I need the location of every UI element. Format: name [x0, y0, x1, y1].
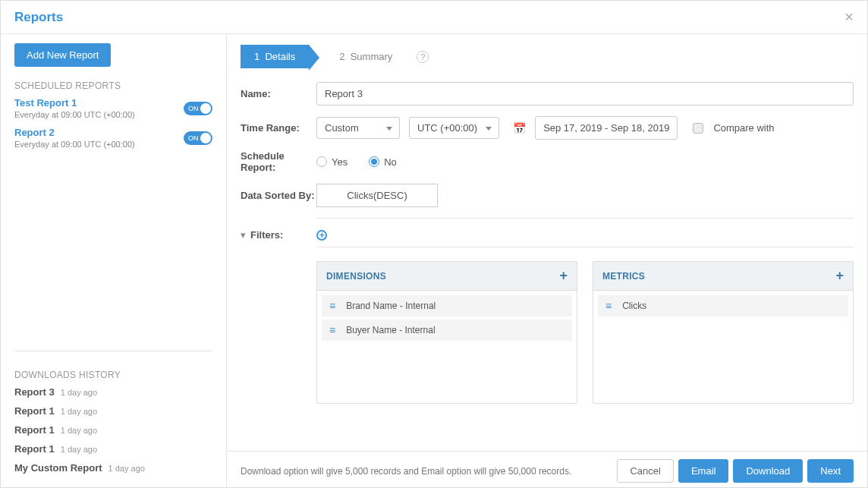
help-icon[interactable]: ? — [417, 51, 429, 63]
filters-label: Filters: — [250, 229, 283, 241]
next-button[interactable]: Next — [807, 459, 854, 483]
timerange-label: Time Range: — [241, 122, 316, 134]
drag-icon[interactable]: ≡ — [329, 304, 335, 309]
download-item[interactable]: Report 11 day ago — [14, 424, 212, 436]
download-item[interactable]: My Custom Report1 day ago — [14, 462, 212, 474]
breadcrumb-steps: 1 Details 2 Summary ? — [241, 45, 854, 68]
footer-note: Download option will give 5,000 records … — [241, 466, 612, 477]
cancel-button[interactable]: Cancel — [617, 459, 673, 483]
drag-icon[interactable]: ≡ — [329, 328, 335, 333]
compare-label: Compare with — [713, 122, 774, 134]
dimension-item[interactable]: ≡Brand Name - Internal — [322, 295, 572, 316]
dimension-item[interactable]: ≡Buyer Name - Internal — [322, 320, 572, 341]
download-button[interactable]: Download — [733, 459, 803, 483]
sorted-label: Data Sorted By: — [241, 190, 316, 201]
sort-chip[interactable]: Clicks(DESC) — [316, 184, 438, 207]
step-details[interactable]: 1 Details — [241, 45, 309, 68]
toggle-switch[interactable]: ON — [184, 102, 212, 115]
footer: Download option will give 5,000 records … — [227, 451, 867, 488]
metrics-panel: METRICS + ≡Clicks — [593, 261, 854, 404]
add-metric-icon[interactable]: + — [835, 268, 844, 284]
timezone-select[interactable]: UTC (+00:00) — [409, 117, 499, 139]
schedule-yes-radio[interactable]: Yes — [316, 156, 348, 168]
name-label: Name: — [241, 88, 316, 99]
sidebar: Add New Report SCHEDULED REPORTS Test Re… — [1, 34, 227, 488]
scheduled-item-sub: Everyday at 09:00 UTC (+00:00) — [14, 140, 135, 149]
toggle-switch[interactable]: ON — [184, 131, 212, 145]
scheduled-item[interactable]: Test Report 1 Everyday at 09:00 UTC (+00… — [14, 97, 212, 119]
dimensions-panel: DIMENSIONS + ≡Brand Name - Internal ≡Buy… — [316, 261, 577, 404]
scheduled-item-sub: Everyday at 09:00 UTC (+00:00) — [14, 110, 135, 119]
metrics-title: METRICS — [602, 271, 645, 282]
close-icon[interactable]: × — [844, 8, 854, 26]
name-input[interactable] — [316, 82, 854, 105]
step-summary[interactable]: 2 Summary — [326, 45, 406, 68]
metric-item[interactable]: ≡Clicks — [598, 295, 848, 316]
download-item[interactable]: Report 31 day ago — [14, 386, 212, 398]
compare-checkbox[interactable] — [693, 123, 703, 134]
timerange-select[interactable]: Custom — [316, 117, 400, 139]
modal-header: Reports × — [1, 1, 867, 34]
date-range-input[interactable]: Sep 17, 2019 - Sep 18, 2019 — [535, 116, 678, 140]
scheduled-item-name: Test Report 1 — [14, 97, 135, 109]
filter-icon: ▾ — [241, 229, 246, 241]
scheduled-reports-label: SCHEDULED REPORTS — [14, 80, 212, 91]
email-button[interactable]: Email — [678, 459, 729, 483]
scheduled-item[interactable]: Report 2 Everyday at 09:00 UTC (+00:00) … — [14, 127, 212, 149]
drag-icon[interactable]: ≡ — [605, 304, 612, 309]
add-dimension-icon[interactable]: + — [559, 268, 568, 284]
download-item[interactable]: Report 11 day ago — [14, 405, 212, 417]
schedule-label: Schedule Report: — [241, 150, 316, 173]
add-new-report-button[interactable]: Add New Report — [14, 43, 111, 67]
page-title: Reports — [14, 10, 63, 25]
downloads-history-label: DOWNLOADS HISTORY — [14, 370, 212, 380]
dimensions-title: DIMENSIONS — [326, 271, 386, 282]
download-item[interactable]: Report 11 day ago — [14, 443, 212, 455]
schedule-no-radio[interactable]: No — [369, 156, 397, 168]
add-filter-icon[interactable]: + — [316, 230, 327, 241]
scheduled-item-name: Report 2 — [14, 127, 135, 138]
calendar-icon[interactable]: 📅 — [513, 122, 526, 134]
